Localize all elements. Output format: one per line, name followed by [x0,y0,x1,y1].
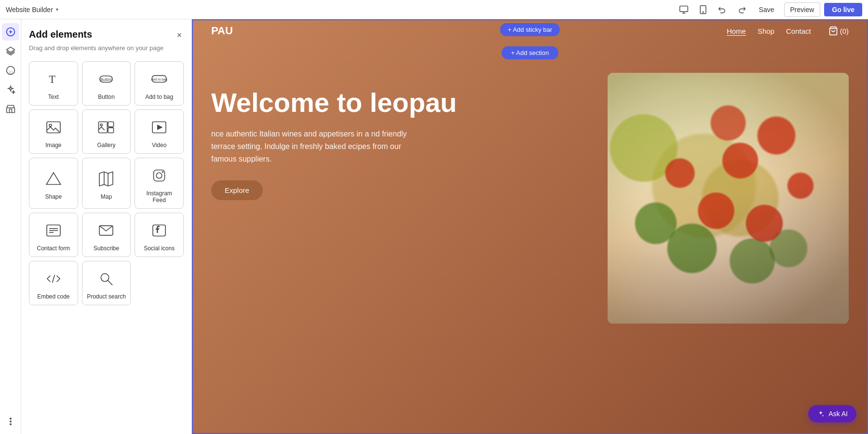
element-instagram-feed-label: Instagram Feed [139,190,179,203]
app-title-chevron[interactable]: ▾ [56,7,58,12]
add-section-button[interactable]: + Add section [502,46,558,59]
top-bar-left: Website Builder ▾ [6,6,58,14]
sidebar-item-ai[interactable] [2,81,19,98]
text-element-icon: T [43,68,64,90]
sidebar-item-add-elements[interactable] [2,23,19,41]
redo-icon [737,5,746,14]
more-icon [6,417,15,426]
social-icons-element-icon [149,220,170,241]
website-preview: + Add sticky bar PAU Home Shop Contact (… [192,19,868,434]
top-bar: Website Builder ▾ Save Preview [0,0,868,19]
add-section-bar: + Add section [192,42,868,63]
sidebar-item-layers[interactable] [2,42,19,60]
ask-ai-label: Ask AI [828,410,848,418]
pasta-bowl [608,73,849,324]
element-subscribe-label: Subscribe [94,245,119,252]
desktop-icon [679,5,689,14]
sparkles-icon [6,85,15,95]
element-social-icons[interactable]: Social icons [135,213,184,257]
product-search-icon [97,270,115,287]
element-text-label: Text [48,94,59,100]
element-gallery-label: Gallery [97,142,115,149]
sidebar-item-store[interactable] [2,100,19,118]
shape-icon [45,170,62,188]
site-nav-links: Home Shop Contact (0) [727,26,849,36]
element-contact-form[interactable]: Contact form [29,213,78,257]
svg-line-35 [52,275,54,283]
instagram-element-icon [149,165,170,186]
sidebar-icons [0,19,21,434]
nav-link-home[interactable]: Home [727,27,746,35]
svg-rect-0 [679,6,688,12]
undo-icon [718,5,727,14]
video-icon [150,119,168,136]
svg-rect-18 [108,122,114,127]
store-icon [6,104,15,114]
element-text[interactable]: T Text [29,61,78,106]
element-add-to-bag-label: Add to bag [145,94,173,100]
ask-ai-button[interactable]: Ask AI [808,405,856,422]
add-to-bag-icon: Add to bag [150,70,168,88]
main-area: Add elements × Drag and drop elements an… [0,19,868,434]
element-map[interactable]: Map [82,158,131,209]
element-gallery[interactable]: Gallery [82,109,131,154]
element-contact-form-label: Contact form [37,245,70,252]
element-image-label: Image [45,142,61,149]
svg-marker-22 [46,173,60,185]
svg-rect-19 [108,128,114,133]
svg-text:Button: Button [101,78,112,82]
svg-point-27 [156,173,162,178]
button-element-icon: Button [95,68,117,90]
mobile-view-button[interactable] [695,2,711,17]
app-title[interactable]: Website Builder [6,6,53,14]
shape-element-icon [43,168,64,190]
pasta-bg [608,73,849,324]
sidebar-item-more[interactable] [2,413,19,430]
add-sticky-bar-button[interactable]: + Add sticky bar [500,23,560,36]
close-panel-button[interactable]: × [175,29,184,41]
element-video[interactable]: Video [135,109,184,154]
video-element-icon [149,117,170,138]
svg-marker-21 [157,124,163,130]
element-embed-code[interactable]: Embed code [29,261,78,305]
undo-button[interactable] [715,2,730,17]
subscribe-element-icon [95,220,117,241]
add-to-bag-element-icon: Add to bag [149,68,170,90]
social-icon [150,222,168,239]
element-button[interactable]: Button Button [82,61,131,106]
svg-rect-5 [6,108,14,113]
save-button[interactable]: Save [753,3,780,16]
desktop-view-button[interactable] [676,2,692,17]
preview-button[interactable]: Preview [784,2,821,17]
product-search-element-icon [95,268,117,289]
element-product-search[interactable]: Product search [82,261,131,305]
nav-link-shop[interactable]: Shop [758,27,774,35]
element-map-label: Map [101,193,112,200]
plus-circle-icon [6,27,15,37]
element-shape[interactable]: Shape [29,158,78,209]
sidebar-item-design[interactable] [2,62,19,79]
nav-link-contact[interactable]: Contact [786,27,811,35]
image-icon [45,119,62,136]
cart-icon[interactable]: (0) [828,26,849,36]
layers-icon [6,46,15,56]
contact-form-icon [45,222,62,239]
svg-marker-23 [100,172,113,186]
element-instagram-feed[interactable]: Instagram Feed [135,158,184,209]
go-live-button[interactable]: Go live [824,3,862,16]
top-bar-right: Save Preview Go live [676,2,862,17]
gallery-icon [97,119,115,136]
hero-image [608,73,849,324]
element-shape-label: Shape [45,193,62,200]
ask-ai-sparkles-icon [817,410,825,418]
embed-code-element-icon [43,268,64,289]
element-add-to-bag[interactable]: Add to bag Add to bag [135,61,184,106]
element-image[interactable]: Image [29,109,78,154]
contact-form-element-icon [43,220,64,241]
element-product-search-label: Product search [87,293,126,300]
element-subscribe[interactable]: Subscribe [82,213,131,257]
redo-button[interactable] [734,2,749,17]
svg-rect-16 [99,122,108,133]
site-logo: PAU [211,25,233,37]
explore-button[interactable]: Explore [211,180,263,200]
